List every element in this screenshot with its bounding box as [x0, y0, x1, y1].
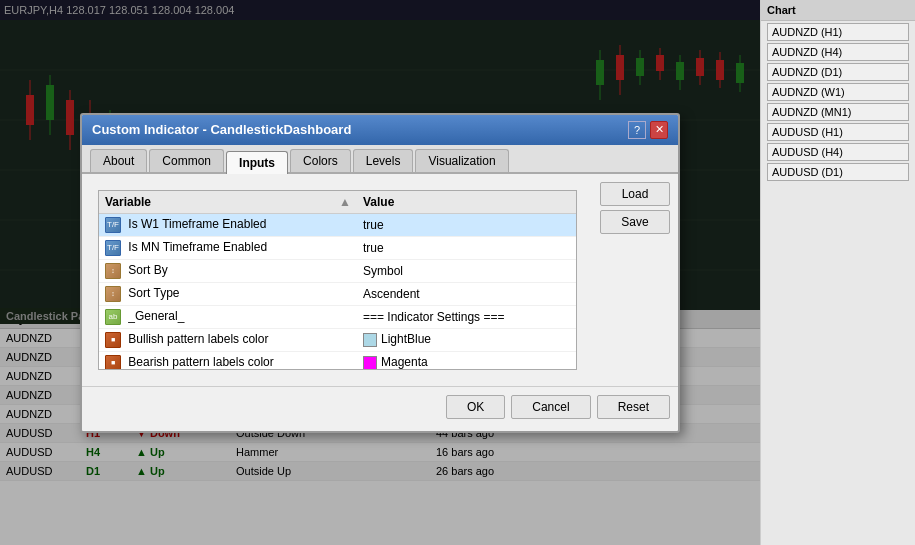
inputs-table: Variable ▲ Value T/F Is W1 Timeframe Ena… — [99, 191, 576, 370]
sort-icon: ↕ — [105, 286, 121, 302]
value-cell: Ascendent — [357, 282, 576, 305]
chart-pair-button[interactable]: AUDNZD (D1) — [767, 63, 909, 81]
bool-icon: T/F — [105, 240, 121, 256]
inputs-table-row[interactable]: T/F Is W1 Timeframe Enabled true — [99, 213, 576, 236]
value-cell: Symbol — [357, 259, 576, 282]
tab-levels[interactable]: Levels — [353, 149, 414, 172]
chart-pair-button[interactable]: AUDNZD (H1) — [767, 23, 909, 41]
variable-cell: T/F Is W1 Timeframe Enabled — [99, 213, 357, 236]
value-cell: === Indicator Settings === — [357, 305, 576, 328]
inputs-table-header: Variable ▲ Value — [99, 191, 576, 214]
variable-name: Sort Type — [128, 286, 179, 300]
modal-table-container[interactable]: Variable ▲ Value T/F Is W1 Timeframe Ena… — [98, 190, 577, 370]
col-value: Value — [357, 191, 576, 214]
inputs-table-row[interactable]: ab _General_ === Indicator Settings === — [99, 305, 576, 328]
input-value: true — [363, 218, 384, 232]
variable-cell: ↕ Sort Type — [99, 282, 357, 305]
text-icon: ab — [105, 309, 121, 325]
modal-content: Variable ▲ Value T/F Is W1 Timeframe Ena… — [82, 174, 678, 386]
variable-name: Is MN Timeframe Enabled — [128, 240, 267, 254]
modal-overlay: Custom Indicator - CandlestickDashboard … — [0, 0, 760, 545]
input-value: Ascendent — [363, 287, 420, 301]
chart-pair-button[interactable]: AUDNZD (W1) — [767, 83, 909, 101]
input-value: true — [363, 241, 384, 255]
close-button[interactable]: ✕ — [650, 121, 668, 139]
tab-common[interactable]: Common — [149, 149, 224, 172]
chart-pair-button[interactable]: AUDUSD (H1) — [767, 123, 909, 141]
input-value: Symbol — [363, 264, 403, 278]
chart-pair-button[interactable]: AUDNZD (H4) — [767, 43, 909, 61]
color-swatch — [363, 333, 377, 347]
inputs-table-row[interactable]: ↕ Sort By Symbol — [99, 259, 576, 282]
variable-name: Is W1 Timeframe Enabled — [128, 217, 266, 231]
variable-cell: ↕ Sort By — [99, 259, 357, 282]
chart-pair-button[interactable]: AUDNZD (MN1) — [767, 103, 909, 121]
value-cell: true — [357, 213, 576, 236]
variable-cell: T/F Is MN Timeframe Enabled — [99, 236, 357, 259]
tab-about[interactable]: About — [90, 149, 147, 172]
cancel-button[interactable]: Cancel — [511, 395, 590, 419]
variable-name: Sort By — [128, 263, 167, 277]
right-panel-buttons: AUDNZD (H1)AUDNZD (H4)AUDNZD (D1)AUDNZD … — [761, 23, 915, 181]
variable-name: Bullish pattern labels color — [128, 332, 268, 346]
color-icon: ■ — [105, 332, 121, 348]
titlebar-controls: ? ✕ — [628, 121, 668, 139]
modal-titlebar: Custom Indicator - CandlestickDashboard … — [82, 115, 678, 145]
variable-cell: ■ Bearish pattern labels color — [99, 351, 357, 370]
variable-cell: ■ Bullish pattern labels color — [99, 328, 357, 351]
tab-bar: About Common Inputs Colors Levels Visual… — [82, 145, 678, 174]
right-panel-title: Chart — [761, 0, 915, 21]
chart-pair-button[interactable]: AUDUSD (D1) — [767, 163, 909, 181]
tab-colors[interactable]: Colors — [290, 149, 351, 172]
variable-name: _General_ — [128, 309, 184, 323]
variable-cell: ab _General_ — [99, 305, 357, 328]
value-cell: true — [357, 236, 576, 259]
right-panel: Chart AUDNZD (H1)AUDNZD (H4)AUDNZD (D1)A… — [760, 0, 915, 545]
color-icon: ■ — [105, 355, 121, 370]
help-button[interactable]: ? — [628, 121, 646, 139]
bool-icon: T/F — [105, 217, 121, 233]
modal-footer: OK Cancel Reset — [82, 386, 678, 427]
color-value: Magenta — [381, 355, 428, 369]
inputs-table-body: T/F Is W1 Timeframe Enabled true T/F Is … — [99, 213, 576, 370]
variable-name: Bearish pattern labels color — [128, 355, 273, 369]
chart-pair-button[interactable]: AUDUSD (H4) — [767, 143, 909, 161]
col-variable: Variable ▲ — [99, 191, 357, 214]
color-value: LightBlue — [381, 332, 431, 346]
inputs-table-row[interactable]: ↕ Sort Type Ascendent — [99, 282, 576, 305]
ok-button[interactable]: OK — [446, 395, 505, 419]
side-buttons: Load Save — [600, 182, 670, 234]
load-button[interactable]: Load — [600, 182, 670, 206]
value-cell: Magenta — [357, 351, 576, 370]
inputs-table-row[interactable]: ■ Bearish pattern labels color Magenta — [99, 351, 576, 370]
input-value: === Indicator Settings === — [363, 310, 504, 324]
save-button[interactable]: Save — [600, 210, 670, 234]
sort-icon: ↕ — [105, 263, 121, 279]
inputs-table-row[interactable]: ■ Bullish pattern labels color LightBlue — [99, 328, 576, 351]
modal-table-wrapper: Variable ▲ Value T/F Is W1 Timeframe Ena… — [90, 190, 585, 370]
value-cell: LightBlue — [357, 328, 576, 351]
tab-visualization[interactable]: Visualization — [415, 149, 508, 172]
tab-inputs[interactable]: Inputs — [226, 151, 288, 174]
reset-button[interactable]: Reset — [597, 395, 670, 419]
modal-title: Custom Indicator - CandlestickDashboard — [92, 122, 351, 137]
modal-dialog: Custom Indicator - CandlestickDashboard … — [80, 113, 680, 433]
inputs-table-row[interactable]: T/F Is MN Timeframe Enabled true — [99, 236, 576, 259]
color-swatch — [363, 356, 377, 370]
